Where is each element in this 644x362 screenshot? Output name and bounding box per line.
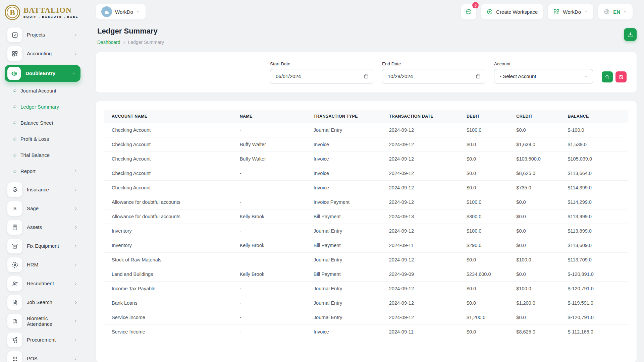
- bullet-icon: [13, 88, 17, 93]
- sidebar-item-label: POS: [27, 356, 69, 361]
- end-date-input[interactable]: [382, 69, 485, 84]
- table-cell: $1,539.0: [564, 137, 628, 152]
- fix-equipment-icon: [7, 239, 22, 253]
- table-cell: 2024-09-12: [386, 181, 463, 195]
- column-header: DEBIT: [463, 110, 513, 123]
- table-cell: $0.0: [463, 253, 513, 267]
- table-cell: -: [236, 166, 310, 181]
- sidebar-item-pos[interactable]: POS: [7, 351, 78, 362]
- language-label: EN: [613, 9, 620, 15]
- table-header-row: ACCOUNT NAMENAMETRANSACTION TYPETRANSACT…: [104, 110, 628, 123]
- sidebar-subitem-journal-account[interactable]: Journal Account: [13, 86, 78, 95]
- table-cell: 2024-09-12: [386, 224, 463, 238]
- sidebar-item-label: Assets: [27, 224, 69, 230]
- table-cell: Checking Account: [104, 123, 236, 137]
- sidebar-item-projects[interactable]: Projects: [7, 27, 78, 42]
- sidebar-subitem-profit-loss[interactable]: Profit & Loss: [13, 134, 78, 143]
- table-cell: $0.0: [463, 181, 513, 195]
- table-cell: $0.0: [513, 123, 564, 137]
- table-cell: -: [236, 224, 310, 238]
- brand-logo[interactable]: B BATTALION EQUIP , EXECUTE , EXEL: [0, 0, 94, 24]
- apply-filter-button[interactable]: [602, 71, 613, 82]
- table-cell: Kelly Brook: [236, 238, 310, 253]
- table-cell: Invoice: [310, 325, 386, 339]
- table-cell: $0.0: [513, 267, 564, 282]
- table-row: Service Income-Journal Entry2024-09-12$1…: [104, 310, 628, 325]
- table-cell: $113,664.0: [564, 166, 628, 181]
- table-cell: -: [236, 195, 310, 209]
- sidebar-item-assets[interactable]: Assets: [7, 220, 78, 235]
- workspace-avatar: [101, 6, 112, 17]
- breadcrumb-dashboard-link[interactable]: Dashboard: [97, 40, 120, 45]
- plus-circle-icon: [486, 8, 493, 15]
- sidebar-item-accounting[interactable]: Accounting: [7, 46, 78, 61]
- table-cell: Inventory: [104, 238, 236, 253]
- table-cell: Journal Entry: [310, 123, 386, 137]
- table-cell: $0.0: [463, 152, 513, 166]
- chevron-down-icon: [136, 10, 140, 14]
- table-cell: Journal Entry: [310, 296, 386, 310]
- sidebar-item-double-entry[interactable]: DoubleEntry: [5, 65, 80, 82]
- table-cell: Stock of Raw Materials: [104, 253, 236, 267]
- sidebar-subitem-balance-sheet[interactable]: Balance Sheet: [13, 118, 78, 127]
- sidebar-item-job-search[interactable]: Job Search: [7, 295, 78, 310]
- sidebar-item-sage[interactable]: SSage: [7, 201, 78, 216]
- workspace-selector[interactable]: WorkDo: [96, 4, 146, 19]
- table-cell: 2024-09-12: [386, 282, 463, 296]
- table-cell: $1,639.0: [513, 137, 564, 152]
- sidebar-item-recruitment[interactable]: Recruitment: [7, 276, 78, 291]
- table-row: Stock of Raw Materials-Journal Entry2024…: [104, 253, 628, 267]
- export-button[interactable]: [624, 28, 637, 41]
- chevron-right-icon: [73, 357, 78, 361]
- create-workspace-label: Create Workspace: [496, 9, 538, 15]
- globe-icon: [603, 8, 610, 15]
- workdo-menu[interactable]: WorkDo: [548, 4, 593, 19]
- column-header: TRANSACTION DATE: [386, 110, 463, 123]
- reset-filter-button[interactable]: [615, 71, 627, 82]
- create-workspace-button[interactable]: Create Workspace: [481, 4, 543, 19]
- table-cell: Journal Entry: [310, 282, 386, 296]
- sidebar-item-fix-equipment[interactable]: Fix Equipment: [7, 239, 78, 253]
- assets-icon: [7, 220, 22, 235]
- table-cell: Allowance for doubtful accounts: [104, 195, 236, 209]
- language-selector[interactable]: EN: [598, 4, 633, 19]
- sidebar-subitem-report[interactable]: Report: [13, 166, 78, 176]
- table-cell: $0.0: [463, 137, 513, 152]
- table-cell: $290.0: [463, 238, 513, 253]
- sidebar-item-biometric-attendance[interactable]: Biometric Attendance: [7, 314, 78, 328]
- table-cell: Invoice: [310, 152, 386, 166]
- sidebar-subitem-ledger-summary[interactable]: Ledger Summary: [13, 102, 78, 111]
- table-cell: $0.0: [513, 224, 564, 238]
- sage-icon: S: [7, 201, 22, 216]
- table-row: Checking Account-Invoice2024-09-12$0.0$8…: [104, 166, 628, 181]
- sidebar-item-label: Biometric Attendance: [27, 315, 69, 327]
- account-select[interactable]: - Select Account: [494, 69, 593, 84]
- table-cell: 2024-09-12: [386, 123, 463, 137]
- sidebar-item-hrm[interactable]: HRM: [7, 257, 78, 272]
- chevron-right-icon: [73, 319, 78, 323]
- sidebar-item-label: Fix Equipment: [27, 243, 69, 249]
- table-cell: -: [236, 310, 310, 325]
- sidebar-item-insurance[interactable]: Insurance: [7, 182, 78, 197]
- table-row: Land and BuildingsKelly BrookBill Paymen…: [104, 267, 628, 282]
- table-row: Checking Account-Invoice2024-09-12$0.0$7…: [104, 181, 628, 195]
- table-cell: $113,709.0: [564, 253, 628, 267]
- brand-tagline: EQUIP , EXECUTE , EXEL: [23, 15, 78, 18]
- sidebar-item-label: Job Search: [27, 299, 69, 305]
- table-cell: $0.0: [463, 325, 513, 339]
- sidebar-subitem-trial-balance[interactable]: Trial Balance: [13, 150, 78, 160]
- table-cell: 2024-09-12: [386, 296, 463, 310]
- table-row: Service Income-Invoice2024-09-11$0.0$8,6…: [104, 325, 628, 339]
- sidebar-item-procurement[interactable]: Procurement: [7, 333, 78, 347]
- chevron-right-icon: [73, 263, 78, 267]
- chat-button[interactable]: 0: [461, 4, 476, 19]
- table-cell: -: [236, 253, 310, 267]
- table-cell: Checking Account: [104, 137, 236, 152]
- start-date-input[interactable]: [270, 69, 373, 84]
- table-cell: Service Income: [104, 325, 236, 339]
- chevron-right-icon: [73, 52, 78, 56]
- table-cell: $100.0: [463, 195, 513, 209]
- sidebar-subitem-label: Ledger Summary: [20, 104, 59, 110]
- table-cell: $0.0: [513, 195, 564, 209]
- table-cell: Journal Entry: [310, 253, 386, 267]
